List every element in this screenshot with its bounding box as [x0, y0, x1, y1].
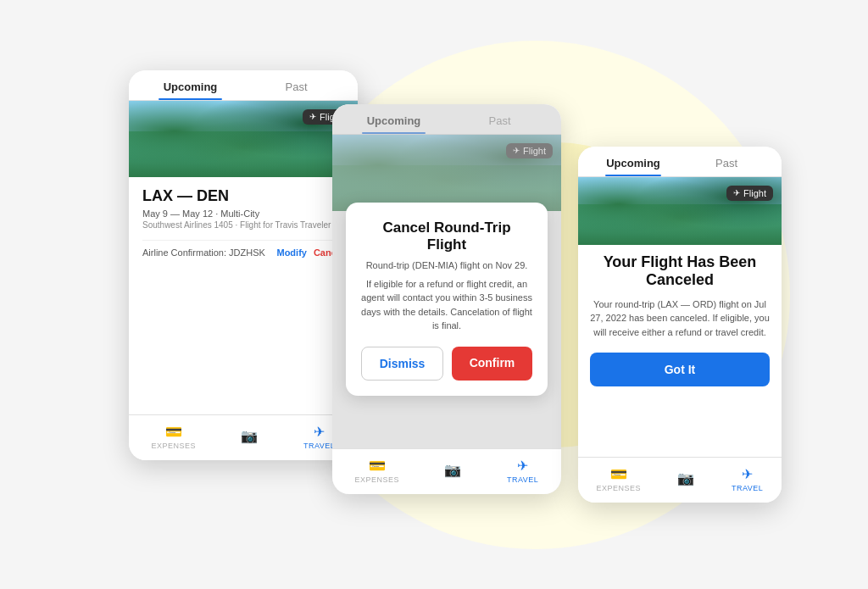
phone1-modify-button[interactable]: Modify: [276, 247, 306, 258]
phone3-tab-bar: Upcoming Past: [578, 147, 782, 177]
camera-icon: 📷: [241, 428, 259, 444]
plane-icon: ✈: [309, 112, 316, 121]
travel-icon-2: ✈: [507, 458, 538, 474]
phone3-nav-camera[interactable]: 📷: [677, 470, 695, 488]
expenses-icon-3: 💳: [597, 466, 642, 482]
camera-icon-2: 📷: [444, 462, 462, 478]
phone1-confirmation-label: Airline Confirmation: JDZHSK: [142, 247, 270, 258]
phone2-bottom-nav: 💳 EXPENSES 📷 ✈ TRAVEL: [332, 448, 561, 494]
expenses-icon-2: 💳: [355, 458, 400, 474]
phone1-bottom-nav: 💳 EXPENSES 📷 ✈ TRAVEL: [129, 414, 358, 460]
phone2-dialog-subtitle: Round-trip (DEN-MIA) flight on Nov 29.: [361, 260, 532, 270]
phone1-confirmation-row: Airline Confirmation: JDZHSK Modify Canc…: [142, 240, 344, 264]
travel-icon: ✈: [303, 424, 335, 440]
phone2-confirm-button[interactable]: Confirm: [452, 347, 532, 381]
phone3-card-content: Your Flight Has Been Canceled Your round…: [578, 245, 782, 396]
phone-card-2: Upcoming Past ✈ Flight Cancel Round-Trip…: [332, 104, 561, 494]
phone1-card-content: LAX — DEN May 9 — May 12 · Multi-City So…: [129, 177, 358, 275]
phone2-dialog-box: Cancel Round-Trip Flight Round-trip (DEN…: [346, 203, 548, 396]
phone3-tab-past[interactable]: Past: [680, 147, 773, 176]
phone2-dialog-actions: Dismiss Confirm: [361, 347, 532, 381]
phone2-dialog-title: Cancel Round-Trip Flight: [361, 219, 532, 253]
phone3-nav-expenses[interactable]: 💳 EXPENSES: [597, 466, 642, 492]
phone2-nav-expenses[interactable]: 💳 EXPENSES: [355, 458, 400, 484]
phone3-tab-upcoming[interactable]: Upcoming: [587, 147, 680, 176]
phone1-dates: May 9 — May 12 · Multi-City: [142, 208, 344, 219]
camera-icon-3: 📷: [677, 470, 695, 486]
phone2-dismiss-button[interactable]: Dismiss: [361, 347, 443, 381]
phone3-flight-badge: ✈ Flight: [726, 186, 773, 201]
phone1-route: LAX — DEN: [142, 187, 344, 205]
phone3-canceled-body: Your round-trip (LAX — ORD) flight on Ju…: [590, 297, 770, 340]
plane-icon-3: ✈: [733, 188, 740, 197]
travel-icon-3: ✈: [732, 466, 763, 482]
phone2-dialog-body: If eligible for a refund or flight credi…: [361, 277, 532, 333]
phone3-hero-image: ✈ Flight: [578, 177, 782, 245]
phone1-tab-upcoming[interactable]: Upcoming: [137, 70, 243, 100]
scene: Upcoming Past ✈ Flight LAX — DEN May 9 —…: [53, 19, 815, 570]
phone3-canceled-title: Your Flight Has Been Canceled: [590, 253, 770, 289]
phone2-nav-camera[interactable]: 📷: [444, 462, 462, 480]
phone3-got-it-button[interactable]: Got It: [590, 353, 770, 386]
phone-card-1: Upcoming Past ✈ Flight LAX — DEN May 9 —…: [129, 70, 358, 460]
phone1-airline: Southwest Airlines 1405 · Flight for Tra…: [142, 220, 344, 230]
phone1-tab-bar: Upcoming Past: [129, 70, 358, 101]
phone1-nav-camera[interactable]: 📷: [241, 428, 259, 446]
phone3-nav-travel[interactable]: ✈ TRAVEL: [732, 466, 763, 492]
expenses-icon: 💳: [152, 424, 197, 440]
phone-card-3: Upcoming Past ✈ Flight Your Flight Has B…: [578, 147, 782, 503]
phone2-nav-travel[interactable]: ✈ TRAVEL: [507, 458, 538, 484]
phone3-bottom-nav: 💳 EXPENSES 📷 ✈ TRAVEL: [578, 457, 782, 503]
phone1-nav-travel[interactable]: ✈ TRAVEL: [303, 424, 335, 450]
phone2-dialog-overlay: Cancel Round-Trip Flight Round-trip (DEN…: [332, 104, 561, 494]
phone1-hero-image: ✈ Flight: [129, 101, 358, 177]
phone1-tab-past[interactable]: Past: [243, 70, 349, 100]
phone1-nav-expenses[interactable]: 💳 EXPENSES: [152, 424, 197, 450]
